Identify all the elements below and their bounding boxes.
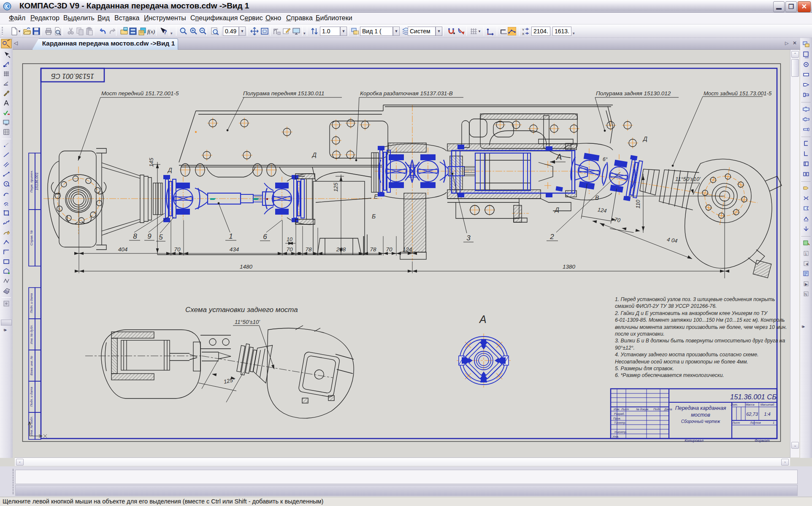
svg-text:Подп.: Подп. [653, 408, 661, 411]
svg-text:151.36.001 СБ: 151.36.001 СБ [730, 393, 777, 401]
svg-text:Подп. и дата: Подп. и дата [30, 387, 33, 407]
svg-text:Е: Е [374, 193, 378, 200]
svg-text:1:4: 1:4 [764, 412, 770, 417]
svg-text:90°±12°.: 90°±12°. [615, 345, 635, 351]
svg-text:мостов: мостов [691, 412, 710, 418]
svg-text:Формат: Формат [755, 439, 770, 443]
svg-text:Д: Д [554, 206, 559, 213]
svg-text:Справ. №: Справ. № [30, 230, 33, 245]
svg-text:Несовпадение осей моста и пром: Несовпадение осей моста и промопоры не б… [615, 359, 748, 365]
svg-text:Полурама передняя 15130.011: Полурама передняя 15130.011 [243, 90, 324, 97]
svg-text:1: 1 [805, 252, 807, 256]
svg-text:Мост передний 151.72.001-5: Мост передний 151.72.001-5 [101, 90, 179, 97]
svg-text:1. Перед установкой узлов поз.: 1. Перед установкой узлов поз. 3 шлицевы… [615, 296, 775, 302]
svg-text:Изм.: Изм. [614, 408, 620, 411]
svg-text:N: N [804, 292, 807, 296]
svg-text:Мост задний 151.73.001-5: Мост задний 151.73.001-5 [704, 90, 772, 97]
svg-text:Н.контр.: Н.контр. [614, 431, 627, 434]
svg-text:смазкой ФИОЛ-2У ТУ 38 УССР 201: смазкой ФИОЛ-2У ТУ 38 УССР 201266-76. [615, 303, 717, 309]
svg-text:Взам. инв. №: Взам. инв. № [30, 356, 33, 375]
svg-text:Инв. № дубл.: Инв. № дубл. [30, 325, 33, 344]
svg-text:Утв.: Утв. [612, 435, 619, 438]
svg-text:62,73: 62,73 [746, 412, 758, 417]
svg-text:404: 404 [118, 246, 128, 253]
svg-text:2: 2 [549, 233, 554, 241]
svg-text:2. Гайки Д и Е установить на а: 2. Гайки Д и Е установить на анаэробном … [614, 310, 768, 316]
svg-text:Копировал: Копировал [685, 439, 704, 443]
svg-text:3. Вилки Б и В должны быть пов: 3. Вилки Б и В должны быть повернуты отн… [615, 338, 785, 344]
svg-text:10: 10 [287, 237, 292, 242]
svg-text:1: 1 [229, 232, 233, 240]
svg-text:после их установки.: после их установки. [615, 331, 665, 337]
svg-text:145: 145 [148, 157, 154, 167]
svg-text:Б: Б [372, 213, 376, 220]
svg-text:15136.001: 15136.001 [35, 172, 39, 191]
svg-text:15136.001 СБ: 15136.001 СБ [51, 73, 94, 80]
svg-text:Масштаб: Масштаб [761, 403, 775, 406]
svg-text:Д: Д [167, 167, 172, 173]
svg-text:Пров.: Пров. [613, 417, 621, 420]
svg-text:110: 110 [635, 199, 641, 208]
svg-text:Передача карданная: Передача карданная [675, 405, 726, 411]
svg-text:78: 78 [305, 246, 312, 253]
svg-text:6. *Размер обеспечивается техн: 6. *Размер обеспечивается технологически… [615, 372, 724, 378]
svg-text:Разраб.: Разраб. [614, 412, 625, 416]
svg-text:X: X [522, 32, 525, 35]
svg-text:6: 6 [263, 233, 267, 241]
svg-text:1380: 1380 [563, 264, 576, 270]
svg-text:Коробка раздаточная 15137.031-: Коробка раздаточная 15137.031-В [360, 90, 453, 97]
svg-text:70: 70 [286, 246, 293, 253]
svg-text:5: 5 [159, 233, 163, 241]
svg-text:Инв. № подл.: Инв. № подл. [30, 416, 33, 436]
svg-text:125: 125 [333, 182, 339, 191]
svg-text:3: 3 [466, 234, 471, 242]
svg-text:А: А [556, 152, 562, 161]
svg-text:1: 1 [773, 421, 774, 424]
svg-text:Схема установки заднего моста: Схема установки заднего моста [185, 306, 298, 314]
svg-text:434: 434 [230, 246, 239, 253]
svg-text:Лист: Лист [621, 408, 629, 411]
svg-text:Д: Д [311, 151, 317, 158]
svg-text:f(x): f(x) [147, 28, 155, 35]
svg-text:11°50'±10': 11°50'±10' [675, 176, 701, 182]
svg-text:Лист: Лист [732, 421, 740, 424]
svg-text:Полурама задняя 15130.012: Полурама задняя 15130.012 [596, 90, 671, 97]
svg-text:Y: Y [522, 28, 525, 32]
svg-text:№ докум.: № докум. [636, 408, 649, 411]
svg-text:◄: ◄ [805, 262, 809, 266]
svg-text:Масса: Масса [746, 403, 755, 406]
svg-text:Дата: Дата [664, 408, 672, 411]
svg-text:Листов: Листов [750, 421, 761, 424]
svg-text:величины момента затяжки произ: величины момента затяжки производить не … [615, 324, 787, 330]
svg-text:78: 78 [370, 246, 376, 253]
svg-text:124: 124 [403, 246, 412, 253]
svg-text:6-01-1309-85. Момент затяжки 1: 6-01-1309-85. Момент затяжки 100...150 Н… [615, 317, 785, 323]
svg-text:Перв. примен.: Перв. примен. [30, 170, 33, 192]
svg-text:Т.контр.: Т.контр. [614, 421, 626, 425]
svg-text:5. Размеры для справок.: 5. Размеры для справок. [615, 366, 674, 371]
svg-text:6°: 6° [603, 156, 608, 162]
svg-text:А: А [479, 313, 487, 325]
svg-text:Подп. и дата: Подп. и дата [30, 293, 33, 313]
svg-text:11°50'±10': 11°50'±10' [235, 319, 260, 325]
svg-text:9: 9 [147, 232, 152, 240]
svg-text:В: В [595, 194, 599, 201]
svg-text:4. Установку заднего моста про: 4. Установку заднего моста производить с… [615, 352, 758, 358]
svg-text:Сборочный чертеж: Сборочный чертеж [681, 419, 721, 424]
svg-text:▶: ▶ [805, 282, 808, 286]
svg-text:Лит.: Лит. [731, 403, 738, 406]
svg-text:1480: 1480 [240, 264, 253, 270]
svg-text:70: 70 [174, 246, 181, 253]
svg-text:70: 70 [386, 246, 392, 253]
svg-text:Д: Д [642, 135, 647, 142]
svg-text:?: ? [163, 29, 167, 35]
svg-text:8: 8 [133, 232, 137, 240]
